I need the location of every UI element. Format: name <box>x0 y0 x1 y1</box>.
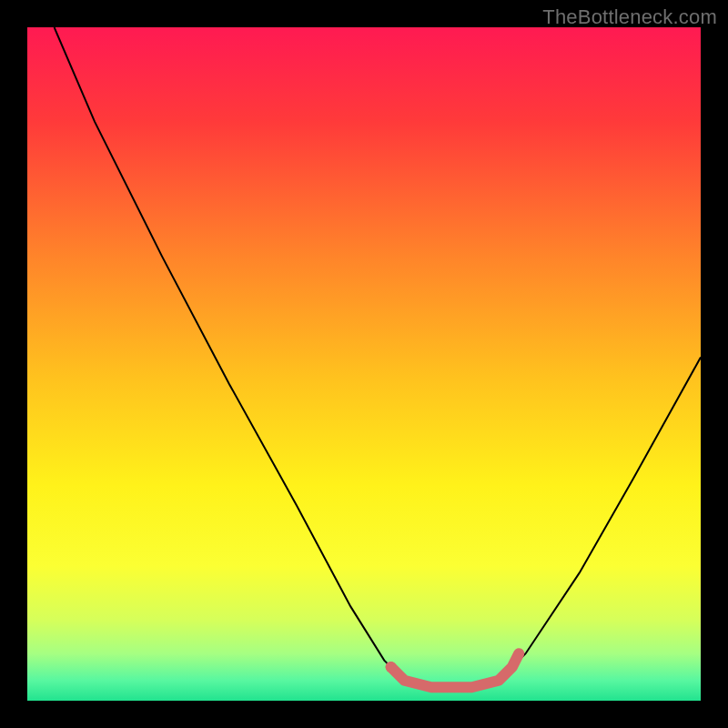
plot-area <box>27 27 701 701</box>
chart-frame: TheBottleneck.com <box>0 0 728 728</box>
attribution-text: TheBottleneck.com <box>542 5 717 29</box>
highlight-marker <box>386 662 397 672</box>
chart-svg <box>27 27 701 701</box>
gradient-background <box>27 27 701 701</box>
